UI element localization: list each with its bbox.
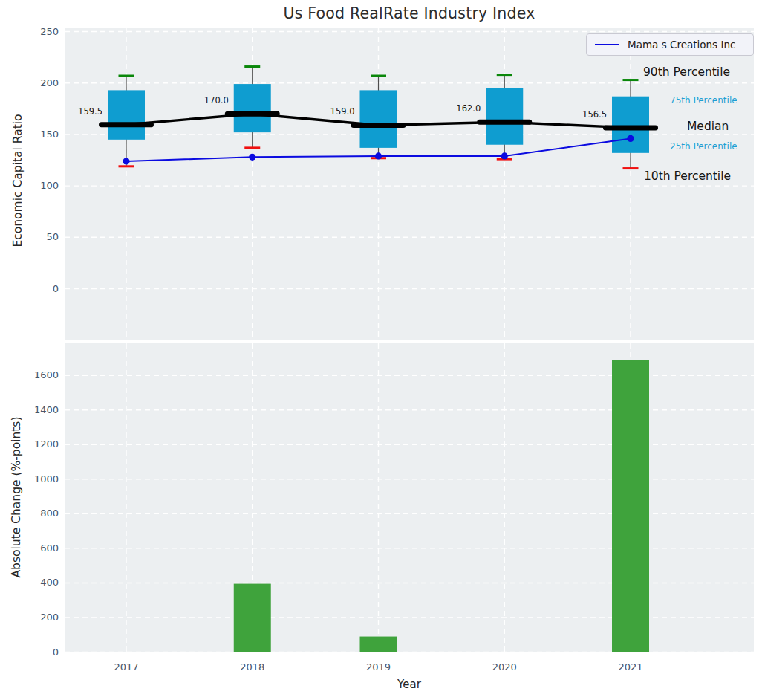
bottom-y-tick-0: 0 [0, 646, 59, 658]
median-bar-2018 [225, 111, 280, 117]
bottom-y-tick-800: 800 [0, 508, 59, 519]
median-value-label-2018: 170.0 [169, 95, 229, 106]
legend-line-sample-icon [595, 44, 619, 45]
p10-cap-2021 [623, 167, 639, 169]
change-bar-2021 [612, 360, 649, 652]
company-marker-2020 [501, 152, 508, 159]
chart-title: Us Food RealRate Industry Index [65, 4, 754, 22]
legend-label: Mama s Creations Inc [628, 39, 735, 51]
x-tick-2020: 2020 [478, 661, 530, 673]
bottom-y-tick-200: 200 [0, 612, 59, 623]
top-y-tick-0: 0 [0, 283, 59, 295]
p90-cap-2019 [371, 75, 386, 77]
iqr-box-2018 [234, 84, 271, 132]
x-axis-label: Year [65, 678, 754, 691]
annotation-90th-percentile: 90th Percentile [643, 65, 730, 79]
annotation-25th-percentile: 25th Percentile [670, 141, 737, 152]
bottom-y-tick-1400: 1400 [0, 404, 59, 416]
bottom-y-tick-1600: 1600 [0, 369, 59, 381]
x-tick-2017: 2017 [100, 661, 152, 673]
bottom-y-tick-1000: 1000 [0, 473, 59, 485]
top-y-tick-150: 150 [0, 129, 59, 140]
median-bar-2017 [99, 122, 154, 127]
median-bar-2020 [477, 120, 532, 125]
top-y-tick-100: 100 [0, 180, 59, 192]
x-tick-2018: 2018 [227, 661, 279, 673]
p90-cap-2018 [244, 65, 260, 68]
bottom-y-tick-600: 600 [0, 542, 59, 554]
company-marker-2021 [627, 135, 634, 142]
figure: Us Food RealRate Industry Index Economic… [0, 0, 762, 700]
median-value-label-2020: 162.0 [421, 103, 481, 114]
median-bar-2019 [351, 123, 406, 128]
bottom-plot-area [65, 343, 754, 652]
change-bar-2019 [360, 637, 397, 652]
bottom-y-tick-400: 400 [0, 577, 59, 589]
x-tick-2019: 2019 [353, 661, 405, 673]
top-y-tick-200: 200 [0, 77, 59, 89]
median-value-label-2017: 159.5 [43, 106, 102, 117]
top-y-tick-50: 50 [0, 231, 59, 243]
annotation-median: Median [687, 120, 729, 133]
iqr-box-2019 [360, 90, 397, 148]
top-y-tick-250: 250 [0, 26, 59, 38]
p10-cap-2017 [119, 165, 134, 167]
annotation-75th-percentile: 75th Percentile [670, 95, 737, 106]
iqr-box-2020 [486, 88, 523, 145]
company-marker-2019 [375, 152, 382, 159]
p10-cap-2018 [244, 146, 260, 149]
bottom-plot-canvas [65, 343, 754, 652]
annotation-10th-percentile: 10th Percentile [644, 169, 731, 183]
p90-cap-2021 [623, 79, 639, 81]
median-value-label-2021: 156.5 [547, 109, 607, 120]
legend: Mama s Creations Inc [586, 33, 754, 56]
x-tick-2021: 2021 [605, 661, 657, 673]
company-marker-2018 [249, 154, 255, 161]
iqr-box-2021 [612, 97, 649, 153]
p90-cap-2020 [497, 74, 512, 76]
change-bar-2018 [234, 584, 271, 652]
iqr-box-2017 [108, 90, 145, 139]
bottom-y-tick-1200: 1200 [0, 438, 59, 450]
median-value-label-2019: 159.0 [296, 106, 355, 117]
company-marker-2017 [123, 158, 129, 164]
median-bar-2021 [603, 125, 658, 130]
p90-cap-2017 [119, 75, 134, 77]
